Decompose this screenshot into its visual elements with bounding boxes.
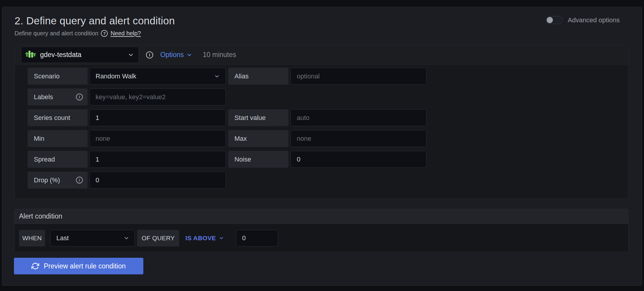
- testdata-datasource-icon: [25, 50, 36, 60]
- options-label: Options: [160, 51, 184, 59]
- preview-alert-rule-button[interactable]: Preview alert rule condition: [14, 258, 143, 274]
- chevron-down-icon: [128, 52, 134, 58]
- alert-condition-title: Alert condition: [19, 212, 62, 220]
- help-circle-icon: ?: [101, 30, 108, 37]
- scenario-label: Scenario: [28, 68, 88, 85]
- labels-input[interactable]: [89, 88, 226, 105]
- form-row-series-count: Series count Start value: [28, 109, 628, 126]
- aggregation-select[interactable]: Last: [50, 230, 135, 246]
- evaluator-value: IS ABOVE: [185, 235, 216, 242]
- preview-alert-rule-label: Preview alert rule condition: [44, 262, 126, 270]
- query-editor-body: Scenario Random Walk Alias Labels: [15, 65, 628, 189]
- labels-label: Labels i: [28, 88, 88, 105]
- start-value-input[interactable]: [291, 109, 426, 126]
- start-value-label: Start value: [228, 109, 288, 126]
- query-editor: gdev-testdata i Options 10 minutes Scena…: [14, 45, 629, 199]
- page-title: 2. Define query and alert condition: [15, 14, 175, 27]
- form-row-drop: Drop (%) i: [28, 172, 628, 189]
- define-query-panel: 2. Define query and alert condition Defi…: [2, 7, 642, 286]
- drop-info-icon[interactable]: i: [76, 177, 83, 184]
- form-row-scenario: Scenario Random Walk Alias: [28, 68, 628, 85]
- alert-condition-header: Alert condition: [15, 209, 628, 224]
- query-time-range: 10 minutes: [203, 51, 236, 59]
- threshold-input[interactable]: [236, 230, 278, 246]
- when-label: WHEN: [19, 230, 45, 246]
- datasource-name: gdev-testdata: [40, 51, 81, 59]
- subtitle-row: Define query and alert condition ? Need …: [15, 30, 141, 37]
- drop-input[interactable]: [89, 172, 226, 189]
- form-row-spread-noise: Spread Noise: [28, 151, 628, 168]
- max-input[interactable]: [291, 130, 426, 147]
- query-info-icon[interactable]: i: [146, 51, 153, 58]
- alert-condition-body: WHEN Last OF QUERY IS ABOVE: [15, 224, 628, 252]
- drop-label: Drop (%) i: [28, 172, 88, 189]
- alias-label: Alias: [228, 68, 288, 85]
- page-subtitle: Define query and alert condition: [15, 30, 98, 37]
- query-editor-header: gdev-testdata i Options 10 minutes: [15, 45, 628, 65]
- chevron-down-icon: [187, 52, 192, 58]
- query-options-link[interactable]: Options: [160, 51, 192, 59]
- toggle-knob: [547, 17, 553, 23]
- chevron-down-icon: [124, 235, 129, 241]
- series-count-label: Series count: [28, 109, 88, 126]
- min-input[interactable]: [89, 130, 226, 147]
- labels-info-icon[interactable]: i: [76, 94, 83, 100]
- spread-label: Spread: [28, 151, 88, 168]
- advanced-options-group: Advanced options: [545, 16, 620, 24]
- scenario-select[interactable]: Random Walk: [89, 68, 226, 85]
- series-count-input[interactable]: [89, 109, 226, 126]
- form-row-labels: Labels i: [28, 88, 628, 105]
- noise-label: Noise: [228, 151, 288, 168]
- chevron-down-icon: [214, 74, 220, 79]
- chevron-down-icon: [219, 236, 224, 241]
- alias-input[interactable]: [291, 68, 426, 85]
- noise-input[interactable]: [291, 151, 426, 168]
- max-label: Max: [228, 130, 288, 147]
- datasource-picker[interactable]: gdev-testdata: [21, 47, 139, 63]
- min-label: Min: [28, 130, 88, 147]
- of-query-label: OF QUERY: [137, 230, 179, 246]
- scenario-select-value: Random Walk: [96, 72, 136, 80]
- advanced-options-label: Advanced options: [568, 16, 620, 24]
- evaluator-select[interactable]: IS ABOVE: [185, 235, 224, 242]
- refresh-icon: [31, 262, 39, 270]
- advanced-options-toggle[interactable]: [545, 16, 563, 24]
- alert-condition-section: Alert condition WHEN Last OF QUERY IS AB…: [14, 209, 629, 252]
- form-row-min-max: Min Max: [28, 130, 628, 147]
- spread-input[interactable]: [89, 151, 226, 168]
- need-help-link[interactable]: Need help?: [110, 30, 141, 37]
- aggregation-value: Last: [56, 234, 69, 242]
